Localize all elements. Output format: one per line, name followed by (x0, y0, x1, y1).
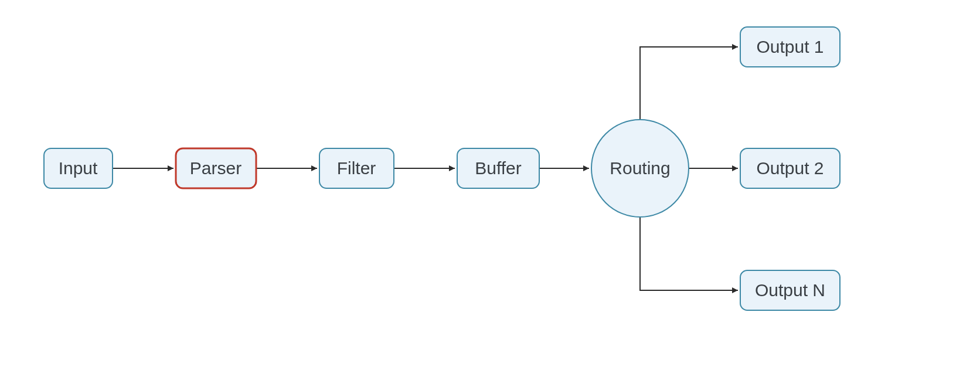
node-filter: Filter (319, 148, 394, 188)
node-output1: Output 1 (740, 27, 840, 67)
node-buffer-label: Buffer (475, 158, 522, 178)
node-input-label: Input (59, 158, 98, 178)
node-routing-label: Routing (610, 158, 670, 178)
node-output1-label: Output 1 (756, 37, 824, 56)
node-routing: Routing (591, 120, 689, 217)
edge-routing-outputN (640, 211, 738, 290)
node-buffer: Buffer (457, 148, 539, 188)
node-filter-label: Filter (337, 158, 376, 178)
node-output2: Output 2 (740, 148, 840, 188)
node-outputN: Output N (740, 270, 840, 310)
node-outputN-label: Output N (755, 280, 825, 300)
node-parser: Parser (176, 148, 256, 188)
node-input: Input (44, 148, 113, 188)
edge-routing-output1 (640, 47, 738, 126)
node-parser-label: Parser (190, 158, 241, 178)
node-output2-label: Output 2 (756, 158, 824, 178)
pipeline-diagram: Input Parser Filter Buffer Routing Outpu… (0, 0, 980, 373)
